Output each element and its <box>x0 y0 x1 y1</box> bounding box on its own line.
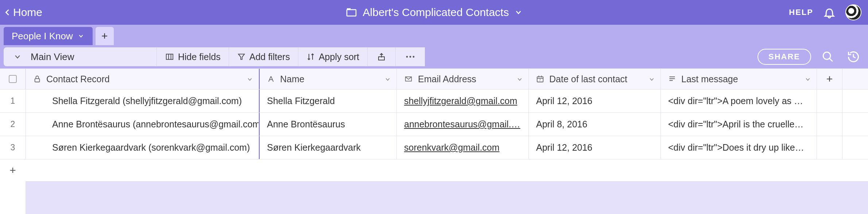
search-button[interactable] <box>819 48 837 66</box>
share-view-button[interactable] <box>368 47 396 66</box>
filter-icon <box>237 53 246 61</box>
text-icon <box>267 75 275 83</box>
cell-date[interactable]: April 8, 2016 <box>529 113 661 136</box>
select-all-cell[interactable] <box>0 69 26 89</box>
cell-empty <box>817 113 842 136</box>
paragraph-icon <box>668 75 676 83</box>
ellipsis-icon <box>405 55 415 59</box>
base-name: Albert's Complicated Contacts <box>363 6 509 19</box>
top-nav: Home Albert's Complicated Contacts HELP <box>0 0 868 25</box>
share-label: SHARE <box>768 52 800 62</box>
cell-record[interactable]: Anne Brontësaurus (annebrontesaurus@gmai… <box>26 113 259 136</box>
svg-text:7: 7 <box>539 79 541 82</box>
lock-icon <box>33 75 41 83</box>
help-link[interactable]: HELP <box>789 8 813 17</box>
column-header-name[interactable]: Name <box>259 69 397 89</box>
svg-line-10 <box>829 58 833 62</box>
column-label: Email Address <box>418 74 476 84</box>
email-link[interactable]: sorenkvark@gmail.com <box>404 142 500 153</box>
cell-date[interactable]: April 12, 2016 <box>529 90 661 112</box>
add-row: + <box>0 159 868 181</box>
folder-icon <box>345 7 358 18</box>
chevron-down-icon <box>246 74 253 84</box>
avatar[interactable] <box>845 4 861 20</box>
chevron-down-icon <box>804 74 811 84</box>
cell-empty <box>817 90 842 112</box>
svg-rect-1 <box>166 54 173 60</box>
row-number: 2 <box>0 113 26 136</box>
cell-name[interactable]: Shella Fitzgerald <box>259 90 397 112</box>
column-header-email[interactable]: Email Address <box>397 69 529 89</box>
table-row[interactable]: 2 Anne Brontësaurus (annebrontesaurus@gm… <box>0 113 868 136</box>
apply-sort-label: Apply sort <box>319 52 359 62</box>
add-filters-button[interactable]: Add filters <box>229 47 298 66</box>
row-number: 3 <box>0 136 26 159</box>
svg-rect-11 <box>35 79 40 82</box>
view-switcher[interactable]: Main View <box>4 47 157 66</box>
cell-date[interactable]: April 12, 2016 <box>529 136 661 159</box>
base-switcher[interactable]: Albert's Complicated Contacts <box>345 6 523 19</box>
data-grid: Contact Record Name Email Address <box>0 68 868 214</box>
home-link[interactable]: Home <box>4 6 42 19</box>
column-label: Name <box>280 74 305 84</box>
add-filters-label: Add filters <box>249 52 290 62</box>
svg-point-8 <box>413 56 415 58</box>
grid-header: Contact Record Name Email Address <box>0 68 868 90</box>
column-header-date[interactable]: 7 Date of last contact <box>529 69 661 89</box>
cell-record[interactable]: Søren Kierkegaardvark (sorenkvark@gmail.… <box>26 136 259 159</box>
table-tabs: People I Know + <box>0 25 868 45</box>
view-toolbar: Main View Hide fields Add filters Apply … <box>0 45 868 68</box>
hide-fields-label: Hide fields <box>178 52 221 62</box>
chevron-down-icon <box>514 9 523 16</box>
svg-point-9 <box>823 52 830 59</box>
column-label: Contact Record <box>46 74 110 84</box>
column-header-message[interactable]: Last message <box>661 69 817 89</box>
hide-fields-button[interactable]: Hide fields <box>157 47 229 66</box>
cell-message[interactable]: <div dir="ltr">April is the cruelle… <box>661 113 817 136</box>
apply-sort-button[interactable]: Apply sort <box>298 47 368 66</box>
cell-record[interactable]: Shella Fitzgerald (shellyjfitzgerald@gma… <box>26 90 259 112</box>
bell-icon[interactable] <box>823 6 836 19</box>
email-link[interactable]: shellyjfitzgerald@gmail.com <box>404 96 517 106</box>
add-column-button[interactable]: + <box>817 69 842 89</box>
table-row[interactable]: 1 Shella Fitzgerald (shellyjfitzgerald@g… <box>0 90 868 113</box>
sort-icon <box>306 52 315 61</box>
plus-icon: + <box>826 73 833 85</box>
cell-name[interactable]: Søren Kierkegaardvark <box>259 136 397 159</box>
column-header-record[interactable]: Contact Record <box>26 69 259 89</box>
column-label: Date of last contact <box>549 74 627 84</box>
toolbar-center-group: Hide fields Add filters Apply sort <box>157 47 425 66</box>
more-options-button[interactable] <box>396 47 425 66</box>
svg-point-6 <box>406 56 408 58</box>
chevron-left-icon <box>4 7 12 18</box>
add-table-button[interactable]: + <box>96 27 114 45</box>
topnav-right: HELP <box>789 4 861 20</box>
svg-rect-0 <box>347 10 356 16</box>
toolbar-right: SHARE <box>757 48 862 66</box>
cell-message[interactable]: <div dir="ltr">Does it dry up like… <box>661 136 817 159</box>
share-button[interactable]: SHARE <box>757 49 811 65</box>
add-row-button[interactable]: + <box>0 159 26 181</box>
envelope-icon <box>404 75 413 83</box>
plus-icon: + <box>9 164 16 177</box>
calendar-icon: 7 <box>536 75 544 83</box>
email-link[interactable]: annebrontesaurus@gmail.… <box>404 119 520 130</box>
column-label: Last message <box>681 74 738 84</box>
export-icon <box>377 52 386 62</box>
cell-email[interactable]: annebrontesaurus@gmail.… <box>397 113 529 136</box>
tab-active[interactable]: People I Know <box>4 27 93 45</box>
cell-message[interactable]: <div dir="ltr">A poem lovely as … <box>661 90 817 112</box>
tab-label: People I Know <box>12 31 73 42</box>
empty-grid-area <box>26 181 868 214</box>
checkbox-icon <box>9 75 17 83</box>
plus-icon: + <box>101 30 108 42</box>
home-label: Home <box>13 6 42 19</box>
chevron-down-icon <box>384 74 391 84</box>
cell-email[interactable]: sorenkvark@gmail.com <box>397 136 529 159</box>
cell-email[interactable]: shellyjfitzgerald@gmail.com <box>397 90 529 112</box>
cell-name[interactable]: Anne Brontësaurus <box>259 113 397 136</box>
history-button[interactable] <box>845 48 862 66</box>
table-row[interactable]: 3 Søren Kierkegaardvark (sorenkvark@gmai… <box>0 136 868 159</box>
history-icon <box>847 50 860 63</box>
chevron-down-icon <box>77 33 85 39</box>
